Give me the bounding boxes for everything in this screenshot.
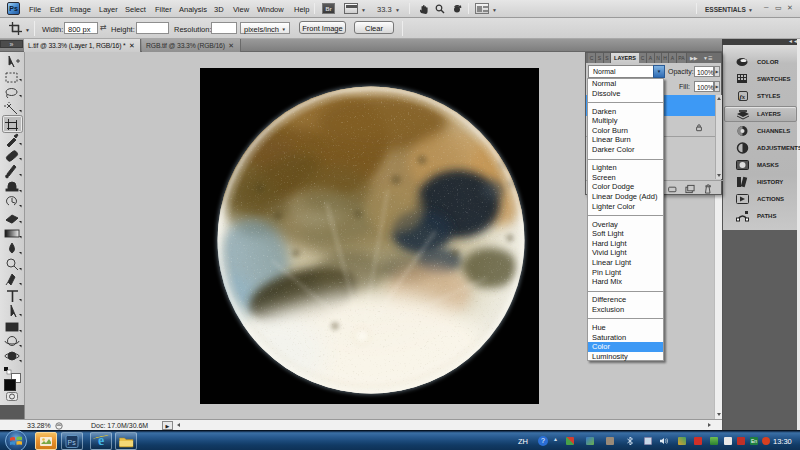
svg-text:fx: fx xyxy=(740,93,746,100)
svg-text:Ps: Ps xyxy=(68,439,77,446)
